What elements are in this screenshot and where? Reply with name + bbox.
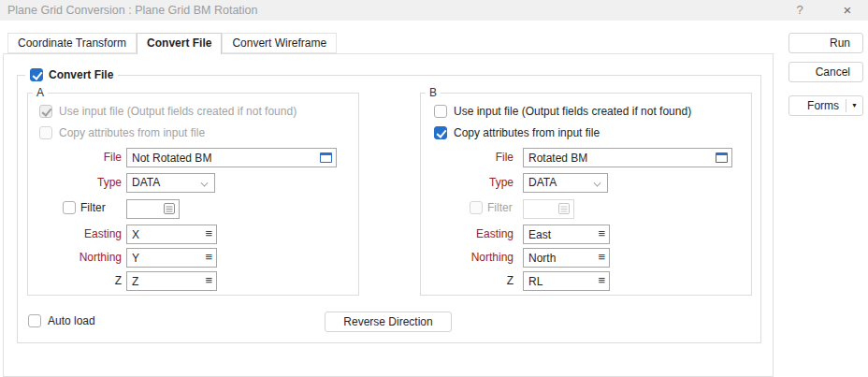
chevron-down-icon <box>594 180 600 186</box>
filter-label-b: Filter <box>487 201 513 215</box>
copy-attributes-label-b: Copy attributes from input file <box>454 126 600 140</box>
file-input-a[interactable] <box>126 148 337 167</box>
z-label-b: Z <box>421 271 514 291</box>
northing-label-b: Northing <box>421 248 514 268</box>
field-picker-icon[interactable]: ≡ <box>598 226 605 241</box>
window-title: Plane Grid Conversion : Plane Grid BM Ro… <box>7 0 258 21</box>
chevron-down-icon <box>201 180 208 186</box>
northing-field-b: ≡ <box>523 248 610 268</box>
field-picker-icon[interactable]: ≡ <box>205 273 212 288</box>
file-field-a <box>126 148 337 167</box>
filter-checkbox-a[interactable] <box>63 201 76 214</box>
filter-field-a <box>126 199 180 219</box>
z-input-a[interactable] <box>126 271 217 291</box>
tab-convert-file[interactable]: Convert File <box>137 33 222 54</box>
field-picker-icon[interactable]: ≡ <box>205 226 212 241</box>
close-icon[interactable]: × <box>835 0 860 21</box>
northing-label-a: Northing <box>28 248 122 268</box>
copy-attributes-label-a: Copy attributes from input file <box>59 126 205 140</box>
northing-input-b[interactable] <box>523 248 610 268</box>
tab-convert-wireframe[interactable]: Convert Wireframe <box>222 33 337 53</box>
filter-table-icon[interactable] <box>163 202 176 218</box>
file-field-b <box>523 148 732 167</box>
convert-file-checkbox[interactable] <box>30 68 43 81</box>
filter-field-b <box>523 199 574 219</box>
panel-a-label: A <box>36 86 44 99</box>
type-label-a: Type <box>28 173 122 193</box>
titlebar: Plane Grid Conversion : Plane Grid BM Ro… <box>0 0 868 21</box>
panel-b-label: B <box>429 86 437 99</box>
file-label-a: File <box>28 148 122 167</box>
filter-checkbox-b <box>470 201 483 214</box>
panel-a-group: A Use input file (Output fields created … <box>27 93 359 296</box>
browse-file-icon[interactable] <box>716 152 728 163</box>
z-label-a: Z <box>28 271 122 291</box>
button-divider <box>846 99 846 112</box>
file-label-b: File <box>421 148 514 167</box>
forms-button-label: Forms <box>807 96 839 115</box>
copy-attributes-checkbox-b[interactable] <box>434 126 447 139</box>
use-input-file-label-a: Use input file (Output fields created if… <box>59 105 297 119</box>
type-dropdown-value-a: DATA <box>132 176 160 189</box>
copy-attributes-checkbox-a <box>39 126 52 139</box>
reverse-direction-button[interactable]: Reverse Direction <box>325 312 452 332</box>
run-button[interactable]: Run <box>788 33 863 53</box>
field-picker-icon[interactable]: ≡ <box>205 250 212 265</box>
tab-bar: Coordinate Transform Convert File Conver… <box>7 33 337 54</box>
easting-input-a[interactable] <box>126 225 217 244</box>
panel-b-group: B Use input file (Output fields created … <box>420 93 752 296</box>
auto-load-label: Auto load <box>48 314 95 328</box>
type-dropdown-a[interactable]: DATA <box>126 173 215 193</box>
z-input-b[interactable] <box>523 271 610 291</box>
help-icon[interactable]: ? <box>790 0 809 21</box>
field-picker-icon[interactable]: ≡ <box>598 273 605 288</box>
convert-file-group-label: Convert File <box>49 68 113 81</box>
easting-label-b: Easting <box>421 225 514 244</box>
easting-field-b: ≡ <box>523 225 610 244</box>
easting-label-a: Easting <box>28 225 122 244</box>
browse-file-icon[interactable] <box>320 152 332 163</box>
type-dropdown-value-b: DATA <box>528 176 557 189</box>
easting-input-b[interactable] <box>523 225 610 244</box>
filter-label-a: Filter <box>80 201 106 215</box>
use-input-file-label-b: Use input file (Output fields created if… <box>454 105 691 119</box>
use-input-file-checkbox-b[interactable] <box>434 105 447 118</box>
file-input-b[interactable] <box>523 148 732 167</box>
forms-button[interactable]: Forms ▼ <box>788 95 863 116</box>
type-dropdown-b[interactable]: DATA <box>523 173 608 193</box>
type-label-b: Type <box>421 173 514 193</box>
use-input-file-checkbox-a <box>39 105 52 118</box>
northing-field-a: ≡ <box>126 248 217 268</box>
dropdown-caret-icon[interactable]: ▼ <box>851 101 858 110</box>
z-field-b: ≡ <box>523 271 610 291</box>
filter-table-icon <box>557 202 571 218</box>
auto-load-checkbox[interactable] <box>28 314 41 327</box>
tab-coordinate-transform[interactable]: Coordinate Transform <box>7 33 137 53</box>
z-field-a: ≡ <box>126 271 217 291</box>
northing-input-a[interactable] <box>126 248 217 268</box>
easting-field-a: ≡ <box>126 225 217 244</box>
cancel-button[interactable]: Cancel <box>788 62 863 82</box>
field-picker-icon[interactable]: ≡ <box>598 250 605 265</box>
convert-file-group: Convert File A Use input file (Output fi… <box>17 75 761 343</box>
